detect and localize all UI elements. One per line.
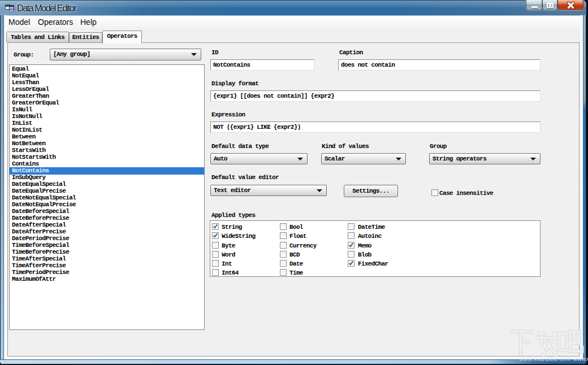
svg-text:www.xiazaiba.com wwwxiazaib: www.xiazaiba.com wwwxiazaib [518,356,588,362]
